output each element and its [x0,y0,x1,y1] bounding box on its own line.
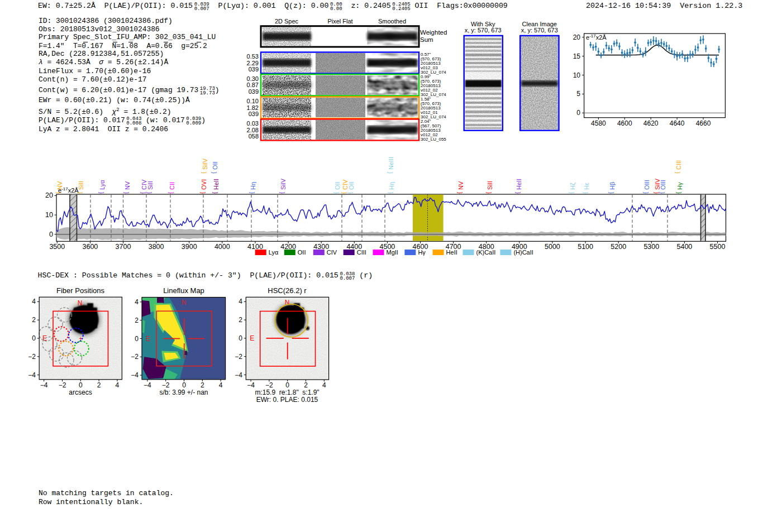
svg-text:4660: 4660 [696,119,711,127]
svg-text:s/b: 3.99 +/- nan: s/b: 3.99 +/- nan [159,389,208,396]
svg-text:0.53: 0.53 [247,53,259,60]
svg-text:Hγ: Hγ [676,182,683,190]
svg-text:N: N [78,299,83,307]
svg-text:{: { [485,191,492,194]
svg-text:−4: −4 [40,381,48,389]
svg-text:{: { [582,191,588,194]
svg-text:0: 0 [182,381,186,389]
svg-text:1.82: 1.82 [247,104,259,111]
svg-text:SiIV: SiIV [280,178,287,190]
svg-text:4: 4 [239,298,242,305]
svg-text:OVI: OVI [201,179,207,190]
svg-text:(H)CaII: (H)CaII [513,249,533,256]
svg-text:3700: 3700 [116,243,131,251]
svg-text:4100: 4100 [247,243,263,251]
svg-text:{: { [387,171,393,174]
svg-text:5400: 5400 [676,243,692,251]
svg-text:−2: −2 [59,381,66,389]
svg-text:{: { [98,191,104,194]
svg-text:Sum: Sum [420,36,433,43]
svg-text:CIV: CIV [327,249,337,256]
svg-text:{: { [333,191,339,194]
svg-text:2: 2 [239,316,242,324]
svg-text:−2: −2 [265,381,273,389]
svg-text:Lyα: Lyα [269,249,279,256]
svg-text:039: 039 [249,66,259,73]
svg-text:{: { [568,191,574,194]
svg-text:0: 0 [79,381,83,389]
svg-text:4640: 4640 [670,119,685,127]
svg-text:{: { [387,191,393,194]
svg-text:E: E [146,335,150,343]
svg-text:039: 039 [249,111,259,117]
svg-text:2: 2 [135,317,139,324]
svg-text:{: { [212,191,218,194]
svg-text:{: { [514,191,521,194]
svg-text:Fiber Positions: Fiber Positions [56,286,104,295]
svg-text:Hη: Hη [250,182,256,190]
svg-text:0.87: 0.87 [247,82,259,88]
svg-text:{: { [199,191,206,194]
svg-text:Hη: Hη [388,182,395,190]
svg-text:HeII: HeII [213,179,220,190]
svg-text:−4: −4 [144,381,151,389]
svg-text:−2: −2 [162,381,170,389]
svg-text:{: { [140,191,146,194]
svg-text:{: { [249,191,255,194]
svg-text:{: { [659,191,665,194]
svg-text:2: 2 [97,381,101,389]
svg-text:4: 4 [135,298,139,306]
svg-text:CIII: CIII [357,249,366,256]
svg-text:{: { [211,171,217,174]
svg-text:4200: 4200 [280,243,296,251]
svg-text:3800: 3800 [149,243,164,251]
svg-text:Lyα: Lyα [99,180,106,190]
svg-text:302_LU_055: 302_LU_055 [421,137,446,142]
svg-text:3900: 3900 [182,243,197,251]
svg-text:Hγ: Hγ [418,249,426,256]
svg-text:OIII: OIII [660,180,666,190]
svg-text:0: 0 [49,231,53,238]
svg-text:0.03: 0.03 [247,120,259,127]
svg-text:2: 2 [201,381,204,389]
svg-text:E: E [250,334,254,342]
svg-text:OII: OII [212,161,218,170]
svg-text:OIII: OIII [643,180,650,190]
svg-text:4600: 4600 [617,119,632,127]
svg-text:2.08: 2.08 [247,127,259,133]
svg-text:0: 0 [285,381,289,389]
svg-text:2D Spec: 2D Spec [275,18,299,25]
svg-text:e-17x2Å: e-17x2Å [586,33,607,41]
svg-text:2.29: 2.29 [247,60,259,66]
svg-text:3500: 3500 [49,243,65,251]
svg-text:MgII: MgII [387,249,398,256]
svg-text:EWr: 0. PLAE: 0.015: EWr: 0. PLAE: 0.015 [256,396,318,404]
svg-text:HeII: HeII [446,249,457,256]
svg-text:2: 2 [304,381,308,389]
svg-text:−2: −2 [235,353,242,361]
svg-text:−4: −4 [28,371,36,379]
svg-text:{: { [341,191,347,194]
svg-text:−4: −4 [235,371,242,379]
svg-text:5500: 5500 [710,243,726,251]
svg-text:{: { [642,191,649,194]
svg-text:{: { [347,191,353,194]
svg-text:NV: NV [457,181,464,190]
svg-text:0: 0 [239,334,242,342]
svg-text:0: 0 [576,109,580,117]
svg-text:Pixel Flat: Pixel Flat [327,18,352,25]
svg-text:Weighted: Weighted [420,29,447,36]
svg-text:NV: NV [56,181,63,190]
svg-text:−2: −2 [28,353,36,361]
svg-text:SiII: SiII [487,181,493,190]
svg-text:4: 4 [322,381,326,389]
svg-text:(K)CaII: (K)CaII [476,249,496,256]
svg-text:x, y: 570, 673: x, y: 570, 673 [521,27,558,33]
svg-text:SiII: SiII [147,181,154,190]
svg-text:4000: 4000 [214,243,230,251]
svg-text:15: 15 [573,52,581,60]
svg-text:{: { [608,191,614,194]
svg-text:{: { [123,191,129,194]
svg-text:0.10: 0.10 [247,98,259,104]
svg-text:HeII: HeII [516,179,522,190]
